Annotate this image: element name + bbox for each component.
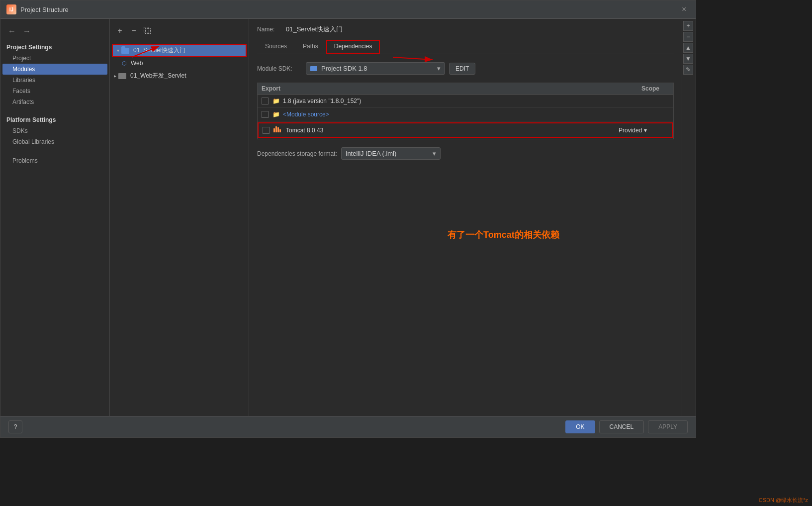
servlet-module-label: 01_Servlet快速入门: [133, 46, 185, 55]
sidebar-item-project[interactable]: Project: [0, 53, 109, 64]
tomcat-dep-name: Tomcat 8.0.43: [286, 127, 619, 134]
right-panel: Name: 01_Servlet快速入门 Sources Paths Depen…: [249, 19, 682, 416]
tab-paths[interactable]: Paths: [295, 40, 326, 54]
web-icon: ⬡: [122, 60, 127, 67]
nav-row: ← →: [0, 24, 109, 41]
add-dep-button[interactable]: +: [683, 21, 693, 31]
storage-format-value: IntelliJ IDEA (.iml): [346, 150, 397, 157]
middle-toolbar: + − ⿻: [110, 23, 249, 41]
sidebar-item-facets[interactable]: Facets: [0, 86, 109, 97]
sidebar-item-global-libraries[interactable]: Global Libraries: [0, 136, 109, 147]
app-icon: IJ: [6, 4, 16, 14]
apply-button[interactable]: APPLY: [648, 420, 688, 433]
remove-module-button[interactable]: −: [128, 25, 140, 37]
project-structure-dialog: IJ Project Structure × ← → Project Setti…: [0, 0, 696, 438]
tomcat-bars-icon: [273, 126, 281, 132]
tree-expand-arrow: ▾: [117, 48, 119, 53]
scope-dropdown-arrow[interactable]: ▾: [644, 127, 647, 134]
sdk-value: Project SDK 1.8: [321, 65, 367, 72]
close-button[interactable]: ×: [682, 5, 690, 13]
platform-settings-heading: Platform Settings: [0, 113, 109, 125]
sidebar-item-problems[interactable]: Problems: [0, 155, 109, 166]
title-bar-left: IJ Project Structure: [6, 4, 69, 14]
sidebar-item-modules[interactable]: Modules: [2, 64, 107, 75]
tomcat-icon: [273, 126, 283, 134]
module-tree: ▾ 01_Servlet快速入门 ⬡ Web ▸ 01_Web开发_Servle…: [110, 41, 249, 84]
edit-sdk-button[interactable]: EDIT: [449, 63, 475, 75]
sdk-dropdown[interactable]: Project SDK 1.8 ▾: [306, 62, 445, 75]
help-button[interactable]: ?: [8, 420, 22, 433]
jdk-folder-icon: 📁: [272, 98, 280, 104]
web-dev-module-label: 01_Web开发_Servlet: [130, 72, 186, 80]
bottom-left: ?: [8, 420, 22, 433]
web-child-label: Web: [131, 60, 143, 67]
tomcat-checkbox[interactable]: [263, 127, 270, 134]
sdk-dropdown-arrow: ▾: [437, 65, 441, 72]
storage-format-row: Dependencies storage format: IntelliJ ID…: [257, 147, 674, 160]
jdk-checkbox[interactable]: [262, 98, 269, 104]
bottom-right: OK CANCEL APPLY: [565, 420, 688, 433]
edit-dep-button[interactable]: ✎: [683, 65, 693, 75]
move-down-button[interactable]: ▼: [683, 54, 693, 64]
module-name-value: 01_Servlet快速入门: [286, 25, 343, 34]
module-source-checkbox[interactable]: [262, 111, 269, 118]
module-source-folder-icon: 📁: [272, 111, 280, 118]
storage-label: Dependencies storage format:: [257, 150, 337, 157]
module-folder-gray-icon: [118, 73, 126, 79]
name-label: Name:: [257, 26, 282, 33]
ok-button[interactable]: OK: [565, 420, 595, 433]
web-child-item[interactable]: ⬡ Web: [110, 58, 249, 68]
move-up-button[interactable]: ▲: [683, 43, 693, 53]
sdk-label: Module SDK:: [257, 65, 302, 72]
storage-format-arrow: ▾: [433, 150, 436, 157]
storage-format-dropdown[interactable]: IntelliJ IDEA (.iml) ▾: [341, 147, 441, 160]
tree-collapse-arrow: ▸: [114, 73, 116, 79]
scope-col-header: Scope: [620, 85, 669, 92]
jdk-dependency-row[interactable]: 📁 1.8 (java version "1.8.0_152"): [258, 95, 673, 108]
sidebar-item-artifacts[interactable]: Artifacts: [0, 97, 109, 107]
jdk-dep-name: 1.8 (java version "1.8.0_152"): [283, 98, 620, 104]
cancel-button[interactable]: CANCEL: [599, 420, 644, 433]
title-bar: IJ Project Structure ×: [0, 0, 696, 19]
module-folder-icon: [121, 48, 129, 54]
name-row: Name: 01_Servlet快速入门: [257, 25, 674, 34]
sidebar-item-sdks[interactable]: SDKs: [0, 125, 109, 136]
tab-dependencies[interactable]: Dependencies: [326, 40, 380, 54]
tab-sources[interactable]: Sources: [257, 40, 295, 54]
dialog-body: ← → Project Settings Project Modules Lib…: [0, 19, 696, 416]
export-col-header: Export: [262, 85, 620, 92]
web-dev-module-item[interactable]: ▸ 01_Web开发_Servlet: [110, 70, 249, 82]
servlet-module-item[interactable]: ▾ 01_Servlet快速入门: [112, 44, 247, 57]
copy-module-button[interactable]: ⿻: [142, 25, 154, 37]
dialog-title: Project Structure: [20, 6, 69, 13]
bottom-bar: ? OK CANCEL APPLY: [0, 416, 696, 437]
watermark: CSDN @绿水长流*z: [759, 497, 808, 504]
sdk-folder-icon: [310, 66, 317, 71]
add-module-button[interactable]: +: [114, 25, 126, 37]
sidebar: ← → Project Settings Project Modules Lib…: [0, 19, 110, 416]
tomcat-dep-scope: Provided ▾: [619, 127, 668, 134]
project-settings-heading: Project Settings: [0, 41, 109, 53]
sdk-row: Module SDK: Project SDK 1.8 ▾ EDIT: [257, 62, 674, 75]
tabs-row: Sources Paths Dependencies: [257, 40, 674, 54]
sidebar-item-libraries[interactable]: Libraries: [0, 75, 109, 86]
remove-dep-button[interactable]: −: [683, 32, 693, 42]
middle-panel: + − ⿻ ▾ 01_Servlet快速入门 ⬡ Web: [110, 19, 249, 416]
deps-table-header: Export Scope: [258, 83, 673, 95]
nav-forward-button[interactable]: →: [21, 26, 32, 37]
module-source-dep-name: <Module source>: [283, 111, 620, 118]
module-source-dependency-row[interactable]: 📁 <Module source>: [258, 108, 673, 121]
tomcat-dependency-row[interactable]: Tomcat 8.0.43 Provided ▾: [258, 122, 673, 138]
nav-back-button[interactable]: ←: [6, 26, 17, 37]
dependencies-table: Export Scope 📁 1.8 (java version "1.8.0_…: [257, 83, 674, 139]
right-action-column: + − ▲ ▼ ✎: [682, 19, 696, 416]
